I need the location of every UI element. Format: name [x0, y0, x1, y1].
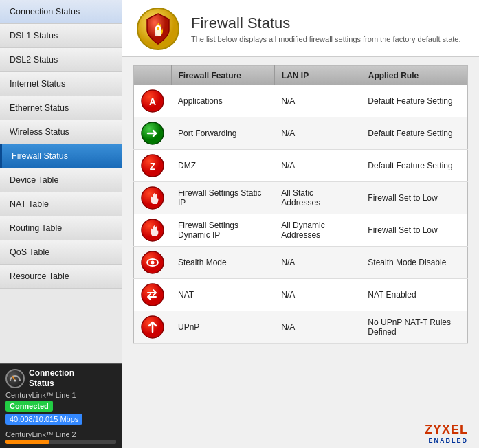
table-row: Port ForwardingN/ADefault Feature Settin… — [134, 117, 468, 150]
row-icon: Z — [141, 154, 164, 177]
firewall-shield-svg — [136, 7, 180, 51]
firewall-table: Firewall Feature LAN IP Applied Rule A A… — [133, 65, 468, 344]
speedometer-icon — [5, 369, 25, 388]
table-container: Firewall Feature LAN IP Applied Rule A A… — [122, 57, 479, 418]
page-header-text: Firewall Status The list below displays … — [191, 14, 461, 43]
row-applied-rule: Firewall Set to Low — [361, 182, 467, 214]
line2-label: CenturyLink™ Line 2 — [5, 430, 116, 438]
table-row: Firewall Settings Static IPAll Static Ad… — [134, 182, 468, 214]
sidebar-item-ethernet-status[interactable]: Ethernet Status — [0, 96, 122, 120]
row-feature: Firewall Settings Dynamic IP — [171, 214, 274, 247]
line1-status-badge: Connected — [5, 401, 53, 412]
svg-text:A: A — [149, 96, 156, 107]
svg-text:Z: Z — [150, 161, 156, 172]
line2-bar-fill — [5, 440, 49, 444]
sidebar-item-resource-table[interactable]: Resource Table — [0, 265, 122, 289]
row-feature: UPnP — [171, 311, 274, 344]
row-feature: Firewall Settings Static IP — [171, 182, 274, 214]
table-row: Z DMZN/ADefault Feature Setting — [134, 150, 468, 182]
row-feature: DMZ — [171, 150, 274, 182]
svg-point-13 — [151, 261, 155, 265]
table-row: Stealth ModeN/AStealth Mode Disable — [134, 247, 468, 279]
col-icon — [134, 66, 172, 86]
line1-label: CenturyLink™ Line 1 — [5, 391, 116, 399]
zyxel-tagline: ENABLED — [122, 437, 468, 444]
main-content: Firewall Status The list below displays … — [122, 0, 479, 448]
row-lan-ip: N/A — [274, 311, 361, 344]
row-feature: Stealth Mode — [171, 247, 274, 279]
line1-section: CenturyLink™ Line 1 Connected 40.008/10.… — [5, 391, 116, 427]
page-title: Firewall Status — [191, 14, 461, 32]
sidebar-item-nat-table[interactable]: NAT Table — [0, 192, 122, 216]
row-icon-cell — [134, 117, 172, 150]
row-icon-cell — [134, 311, 172, 344]
table-row: A ApplicationsN/ADefault Feature Setting — [134, 85, 468, 117]
zyxel-logo: ZYXEL — [122, 423, 468, 437]
row-lan-ip: All Dynamic Addresses — [274, 214, 361, 247]
zyxel-brand-area: ZYXEL ENABLED — [122, 418, 479, 448]
row-lan-ip: N/A — [274, 117, 361, 150]
col-applied-rule: Applied Rule — [361, 66, 467, 86]
row-lan-ip: All Static Addresses — [274, 182, 361, 214]
row-lan-ip: N/A — [274, 247, 361, 279]
row-icon — [141, 251, 164, 274]
row-icon-cell: A — [134, 85, 172, 117]
sidebar-item-qos-table[interactable]: QoS Table — [0, 240, 122, 265]
sidebar-item-firewall-status[interactable]: Firewall Status — [0, 144, 122, 168]
status-title-text: ConnectionStatus — [29, 368, 74, 388]
sidebar-status-box: ConnectionStatus CenturyLink™ Line 1 Con… — [0, 363, 122, 448]
table-row: UPnPN/ANo UPnP NAT-T Rules Defined — [134, 311, 468, 344]
row-applied-rule: NAT Enabled — [361, 279, 467, 311]
row-lan-ip: N/A — [274, 150, 361, 182]
row-feature: NAT — [171, 279, 274, 311]
row-icon — [141, 219, 164, 242]
svg-point-1 — [14, 379, 16, 381]
firewall-header-icon — [136, 7, 180, 51]
table-row: NATN/ANAT Enabled — [134, 279, 468, 311]
row-icon — [141, 122, 164, 145]
row-applied-rule: Default Feature Setting — [361, 117, 467, 150]
speedometer-svg — [9, 372, 21, 385]
status-box-title: ConnectionStatus — [29, 368, 74, 388]
status-box-header: ConnectionStatus — [5, 368, 116, 388]
sidebar-item-connection-status[interactable]: Connection Status — [0, 0, 122, 24]
row-applied-rule: No UPnP NAT-T Rules Defined — [361, 311, 467, 344]
row-icon: A — [141, 89, 164, 113]
table-body: A ApplicationsN/ADefault Feature Setting… — [134, 85, 468, 344]
table-header-row: Firewall Feature LAN IP Applied Rule — [134, 66, 468, 86]
row-applied-rule: Firewall Set to Low — [361, 214, 467, 247]
svg-point-14 — [142, 284, 164, 306]
line2-status-bar — [5, 440, 116, 444]
sidebar-item-dsl1-status[interactable]: DSL1 Status — [0, 24, 122, 48]
col-lan-ip: LAN IP — [274, 66, 361, 86]
page-header: Firewall Status The list below displays … — [122, 0, 479, 57]
row-feature: Applications — [171, 85, 274, 117]
row-applied-rule: Default Feature Setting — [361, 85, 467, 117]
sidebar-nav: Connection StatusDSL1 StatusDSL2 StatusI… — [0, 0, 122, 363]
sidebar-item-wireless-status[interactable]: Wireless Status — [0, 120, 122, 144]
row-feature: Port Forwarding — [171, 117, 274, 150]
row-icon-cell — [134, 214, 172, 247]
table-row: Firewall Settings Dynamic IPAll Dynamic … — [134, 214, 468, 247]
page-subtitle: The list below displays all modified fir… — [191, 35, 461, 43]
line1-speed-badge: 40.008/10.015 Mbps — [5, 414, 82, 425]
line2-section: CenturyLink™ Line 2 — [5, 430, 116, 444]
row-icon — [141, 315, 164, 339]
row-icon-cell: Z — [134, 150, 172, 182]
row-icon-cell — [134, 182, 172, 214]
row-lan-ip: N/A — [274, 85, 361, 117]
sidebar-item-dsl2-status[interactable]: DSL2 Status — [0, 48, 122, 72]
row-icon-cell — [134, 247, 172, 279]
sidebar-item-device-table[interactable]: Device Table — [0, 168, 122, 192]
row-icon — [141, 186, 164, 210]
svg-rect-3 — [155, 30, 161, 36]
row-applied-rule: Stealth Mode Disable — [361, 247, 467, 279]
row-applied-rule: Default Feature Setting — [361, 150, 467, 182]
sidebar-item-routing-table[interactable]: Routing Table — [0, 216, 122, 240]
col-feature: Firewall Feature — [171, 66, 274, 86]
row-icon-cell — [134, 279, 172, 311]
sidebar-item-internet-status[interactable]: Internet Status — [0, 72, 122, 96]
sidebar: Connection StatusDSL1 StatusDSL2 StatusI… — [0, 0, 122, 448]
row-lan-ip: N/A — [274, 279, 361, 311]
row-icon — [141, 283, 164, 306]
